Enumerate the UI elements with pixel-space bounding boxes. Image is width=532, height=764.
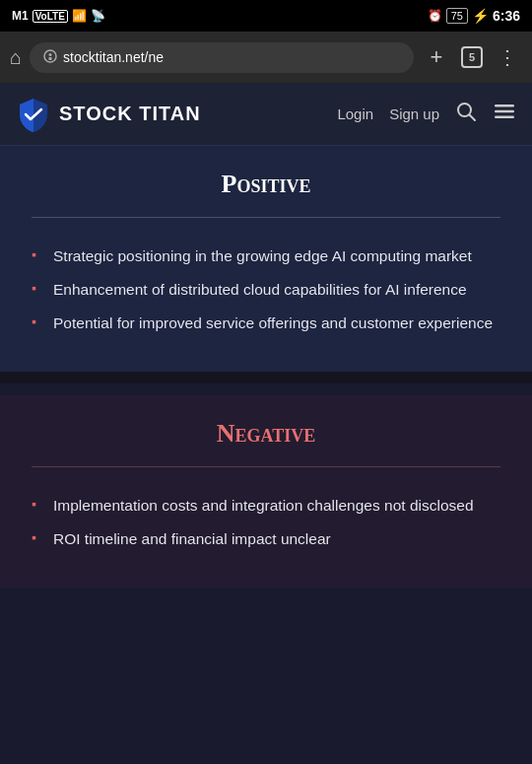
negative-divider	[32, 466, 500, 467]
security-icon	[43, 49, 57, 66]
svg-rect-2	[49, 57, 52, 60]
signal-bars-icon: 📶	[72, 9, 87, 23]
tab-switcher-button[interactable]: 5	[461, 46, 483, 68]
negative-bullet-1: Implementation costs and integration cha…	[32, 489, 500, 522]
browser-toolbar: ⌂ stocktitan.net/ne + 5 ⋮	[0, 32, 532, 83]
carrier-type: VoLTE	[33, 10, 68, 23]
carrier-name: M1	[12, 9, 29, 23]
new-tab-button[interactable]: +	[422, 42, 451, 72]
hamburger-menu-button[interactable]	[493, 100, 516, 128]
positive-divider	[32, 217, 500, 218]
negative-section: Negative Implementation costs and integr…	[0, 395, 532, 588]
logo-area: STOCK TITAN	[16, 97, 337, 132]
search-button[interactable]	[455, 101, 477, 127]
logo-icon	[16, 97, 51, 132]
status-bar: M1 VoLTE 📶 📡 ⏰ 75 ⚡ 6:36	[0, 0, 532, 32]
svg-point-1	[49, 53, 52, 56]
logo-text: STOCK TITAN	[59, 103, 201, 125]
carrier-info: M1 VoLTE 📶 📡	[12, 9, 105, 23]
menu-button[interactable]: ⋮	[493, 42, 522, 72]
status-right: ⏰ 75 ⚡ 6:36	[428, 8, 520, 24]
login-button[interactable]: Login	[337, 105, 373, 122]
positive-section: Positive Strategic positioning in the gr…	[0, 146, 532, 372]
url-text: stocktitan.net/ne	[63, 49, 400, 65]
svg-rect-7	[495, 116, 514, 119]
svg-rect-5	[495, 104, 514, 107]
svg-line-4	[470, 115, 476, 121]
alarm-icon: ⏰	[428, 9, 442, 23]
signup-button[interactable]: Sign up	[389, 105, 439, 122]
main-content: Positive Strategic positioning in the gr…	[0, 146, 532, 588]
negative-title: Negative	[32, 419, 500, 449]
positive-title: Positive	[32, 170, 500, 199]
positive-bullet-2: Enhancement of distributed cloud capabil…	[32, 273, 500, 307]
positive-bullet-list: Strategic positioning in the growing edg…	[32, 240, 500, 340]
battery-level: 75	[446, 8, 468, 24]
clock: 6:36	[493, 8, 520, 24]
nav-actions: Login Sign up	[337, 100, 516, 128]
url-bar[interactable]: stocktitan.net/ne	[30, 42, 414, 73]
charging-icon: ⚡	[472, 8, 489, 24]
negative-bullet-list: Implementation costs and integration cha…	[32, 489, 500, 556]
wifi-icon: 📡	[91, 9, 105, 23]
svg-rect-6	[495, 110, 514, 113]
browser-action-buttons: + 5 ⋮	[422, 42, 522, 72]
navbar: STOCK TITAN Login Sign up	[0, 83, 532, 146]
home-button[interactable]: ⌂	[10, 46, 22, 69]
positive-bullet-3: Potential for improved service offerings…	[32, 307, 500, 340]
positive-bullet-1: Strategic positioning in the growing edg…	[32, 240, 500, 273]
section-gap	[0, 372, 532, 383]
negative-bullet-2: ROI timeline and financial impact unclea…	[32, 522, 500, 556]
